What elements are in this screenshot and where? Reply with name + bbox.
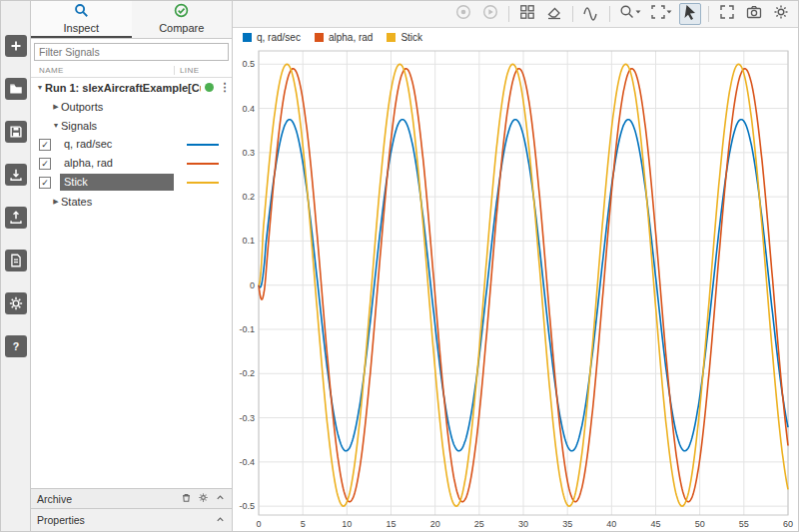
line-swatch-q[interactable] [187, 144, 219, 146]
caret-right-icon[interactable]: ▶ [51, 198, 61, 206]
legend-swatch [243, 33, 252, 42]
help-icon: ? [7, 337, 25, 355]
chart-legend: q, rad/sec alpha, rad Stick [233, 28, 798, 46]
svg-text:40: 40 [606, 519, 616, 529]
layout-grid-button[interactable] [516, 3, 538, 25]
tree-group-states[interactable]: ▶ States [31, 192, 232, 211]
pointer-button[interactable] [679, 3, 701, 25]
column-header-name: NAME [31, 66, 174, 75]
snapshot-button[interactable] [743, 3, 765, 25]
svg-text:10: 10 [342, 519, 352, 529]
zoom-menu-button[interactable] [617, 3, 643, 25]
legend-item-stick: Stick [387, 32, 422, 43]
chevron-up-icon[interactable] [209, 492, 226, 505]
line-swatch-stick[interactable] [187, 182, 219, 184]
signal-sidebar: Inspect Compare NAME LINE ▼ Run 1: slexA… [31, 1, 233, 531]
fullscreen-button[interactable] [716, 3, 738, 25]
tab-compare-label: Compare [159, 22, 204, 34]
check-circle-icon [174, 3, 189, 20]
toolbar-divider [508, 6, 509, 22]
eraser-button[interactable] [543, 3, 565, 25]
sidebar-tabs: Inspect Compare [31, 1, 232, 39]
simulation-data-inspector-window: ? Inspect Compare NAME LINE ▼ Run 1: sle… [0, 0, 799, 532]
left-toolbar-rail: ? [1, 1, 31, 531]
toolbar-divider [572, 6, 573, 22]
checkbox-alpha[interactable]: ✓ [39, 158, 51, 170]
chevron-down-icon [636, 11, 641, 14]
tab-inspect-label: Inspect [64, 22, 99, 34]
export-button[interactable] [5, 207, 27, 229]
legend-swatch [387, 33, 396, 42]
report-button[interactable] [5, 250, 27, 271]
caret-down-icon[interactable]: ▼ [51, 122, 61, 129]
plot-toolbar [233, 1, 798, 28]
checkbox-q[interactable]: ✓ [39, 139, 51, 151]
signal-label-stick[interactable]: Stick [60, 174, 174, 191]
svg-text:55: 55 [739, 519, 749, 529]
kebab-menu-icon[interactable]: ⋮ [218, 81, 232, 94]
svg-text:-0.3: -0.3 [239, 413, 255, 423]
line-column-cell [174, 144, 232, 146]
save-button[interactable] [5, 121, 27, 143]
trash-icon[interactable] [175, 492, 192, 505]
help-button[interactable]: ? [5, 335, 27, 357]
svg-text:0: 0 [250, 280, 255, 290]
signal-cursor-button[interactable] [580, 3, 602, 25]
magnifier-icon [74, 3, 89, 20]
svg-text:15: 15 [386, 519, 396, 529]
new-run-button[interactable] [5, 35, 27, 57]
tab-compare[interactable]: Compare [132, 1, 233, 38]
svg-text:60: 60 [783, 519, 793, 529]
line-swatch-alpha[interactable] [187, 163, 219, 165]
filter-signals-input[interactable] [34, 43, 229, 61]
tree-signal-stick[interactable]: ✓ Stick [31, 173, 232, 192]
signal-label-q[interactable]: q, rad/sec [60, 136, 174, 153]
signal-wave-icon [582, 3, 600, 25]
record-circle-icon [454, 3, 472, 25]
toolbar-divider [708, 6, 709, 22]
chart-canvas[interactable]: 051015202530354045505560-0.5-0.4-0.3-0.2… [233, 46, 798, 531]
import-icon [7, 166, 25, 184]
play-circle-icon [481, 3, 499, 25]
svg-text:45: 45 [650, 519, 660, 529]
layout-grid-icon [518, 3, 536, 25]
preferences-button[interactable] [5, 292, 27, 314]
open-button[interactable] [5, 78, 27, 100]
fit-view-menu-button[interactable] [648, 3, 674, 25]
line-column-cell [174, 182, 232, 184]
group-label: Signals [61, 120, 97, 132]
tree-signal-alpha[interactable]: ✓ alpha, rad [31, 154, 232, 173]
properties-bar[interactable]: Properties [31, 508, 232, 531]
chart-container: 051015202530354045505560-0.5-0.4-0.3-0.2… [233, 46, 798, 532]
svg-text:5: 5 [301, 519, 306, 529]
legend-label: q, rad/sec [257, 32, 301, 43]
tree-group-signals[interactable]: ▼ Signals [31, 116, 232, 135]
filter-container [31, 39, 232, 63]
import-button[interactable] [5, 164, 27, 186]
svg-text:-0.4: -0.4 [239, 457, 255, 467]
plus-icon [7, 37, 25, 55]
svg-text:0.1: 0.1 [242, 236, 255, 246]
record-button [452, 3, 474, 25]
group-label: States [61, 196, 92, 208]
chevron-up-icon[interactable] [209, 514, 226, 527]
checkbox-stick[interactable]: ✓ [39, 177, 51, 189]
fullscreen-icon [718, 3, 736, 25]
tab-inspect[interactable]: Inspect [31, 1, 132, 38]
plot-settings-button[interactable] [770, 3, 792, 25]
tree-group-outports[interactable]: ▶ Outports [31, 97, 232, 116]
group-label: Outports [61, 101, 103, 113]
legend-item-q: q, rad/sec [243, 32, 301, 43]
line-column-cell [174, 163, 232, 165]
caret-right-icon[interactable]: ▶ [51, 103, 61, 111]
caret-down-icon[interactable]: ▼ [35, 84, 45, 91]
signal-label-alpha[interactable]: alpha, rad [60, 155, 174, 172]
svg-text:50: 50 [695, 519, 705, 529]
gear-icon[interactable] [192, 492, 209, 505]
folder-icon [7, 80, 25, 98]
archive-bar[interactable]: Archive [31, 488, 232, 508]
plot-area: q, rad/sec alpha, rad Stick 051015202530… [233, 1, 798, 531]
tree-run-row[interactable]: ▼ Run 1: slexAircraftExample[Current] ⋮ [31, 78, 232, 97]
tree-signal-q[interactable]: ✓ q, rad/sec [31, 135, 232, 154]
chevron-down-icon [667, 11, 672, 14]
